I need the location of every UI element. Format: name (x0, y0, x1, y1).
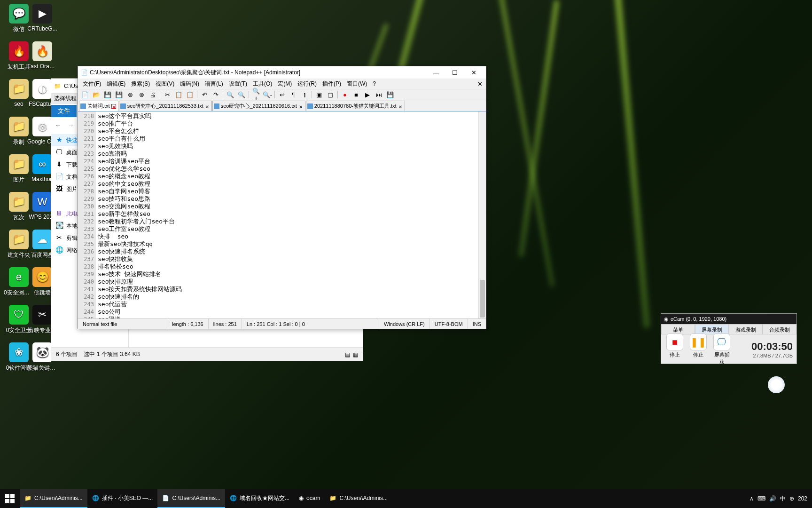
window-title: C:\Users\Administrator\Desktop\seo\采集聚合\… (90, 69, 427, 77)
ocam-tab[interactable]: 音频录制 (763, 324, 796, 334)
play-multi-icon[interactable]: ⏭ (374, 90, 384, 99)
menu-item[interactable]: 视图(V) (153, 80, 177, 88)
editor-tab[interactable]: seo研究中心_2021111862533.txt✕ (119, 101, 212, 111)
save-all-icon[interactable]: 💾 (114, 90, 124, 99)
menu-item[interactable]: 插件(P) (320, 80, 344, 88)
taskbar-item[interactable]: 📁C:\Users\Adminis... (20, 489, 87, 508)
scrollbar-thumb[interactable] (480, 280, 485, 318)
editor-content[interactable]: seo这个平台真实吗 seo推广平台 seo平台怎么样 seo平台有什么用 se… (96, 111, 478, 318)
ocam-tab[interactable]: 屏幕录制 (695, 324, 729, 334)
zoom-out-icon[interactable]: 🔍- (262, 90, 273, 99)
taskbar-item[interactable]: 🌐插件 · 小美SEO —... (87, 489, 158, 508)
sidebar-icon: 🌐 (55, 246, 63, 254)
taskbar-label: 域名回收★网站交... (240, 494, 289, 502)
tray-icon[interactable]: ⌨ (757, 495, 765, 502)
menu-bar[interactable]: 文件(F)编辑(E)搜索(S)视图(V)编码(N)语言(L)设置(T)工具(O)… (78, 79, 486, 89)
find-icon[interactable]: 🔍 (225, 90, 235, 99)
zoom-in-icon[interactable]: 🔍+ (251, 90, 261, 99)
menu-item[interactable]: 搜索(S) (128, 80, 153, 88)
print-icon[interactable]: 🖨 (148, 90, 158, 99)
vertical-scrollbar[interactable] (478, 111, 486, 318)
ocam-tabs[interactable]: 菜单屏幕录制游戏录制音频录制 (661, 324, 796, 334)
view-thumbs-icon[interactable]: ▦ (353, 351, 358, 358)
tray-icon[interactable]: ∧ (750, 495, 754, 502)
tab-close-icon[interactable]: ✕ (111, 104, 116, 109)
close-document-button[interactable]: ✕ (475, 80, 484, 87)
tab-close-icon[interactable]: ✕ (298, 104, 303, 109)
taskbar-item[interactable]: 📁C:\Users\Adminis... (325, 489, 392, 508)
taskbar-clock[interactable]: 202 (798, 495, 807, 502)
menu-item[interactable]: 文件(F) (80, 80, 104, 88)
forward-button[interactable]: → (68, 122, 74, 129)
file-icon (307, 103, 313, 109)
cut-icon[interactable]: ✂ (162, 90, 172, 99)
ocam-tab[interactable]: 菜单 (661, 324, 695, 334)
ocam-button[interactable]: ■停止 (665, 333, 685, 365)
view-details-icon[interactable]: ▤ (345, 351, 350, 358)
close-all-icon[interactable]: ⊗ (136, 90, 147, 99)
menu-item[interactable]: ? (370, 80, 379, 87)
menu-item[interactable]: 工具(O) (250, 80, 275, 88)
encoding: UTF-8-BOM (430, 319, 468, 329)
close-file-icon[interactable]: ⊗ (125, 90, 135, 99)
tab-close-icon[interactable]: ✕ (205, 104, 210, 109)
menu-item[interactable]: 设置(T) (226, 80, 250, 88)
open-file-icon[interactable]: 📂 (91, 90, 102, 99)
file-icon (214, 103, 219, 109)
taskbar-item[interactable]: ◉ocam (294, 489, 325, 508)
app-icon: ✂ (32, 305, 52, 325)
paste-icon[interactable]: 📋 (185, 90, 195, 99)
tray-icon[interactable]: ⊕ (789, 495, 794, 502)
new-file-icon[interactable]: 📄 (80, 90, 90, 99)
menu-item[interactable]: 编码(N) (177, 80, 202, 88)
editor-tab[interactable]: seo研究中心_2021111820616.txt✕ (212, 101, 305, 111)
stop-macro-icon[interactable]: ■ (351, 90, 361, 99)
desktop-icon[interactable]: ▶CRTubeG... (27, 4, 57, 32)
taskbar[interactable]: 📁C:\Users\Adminis...🌐插件 · 小美SEO —...📄C:\… (0, 489, 812, 508)
maximize-button[interactable]: ☐ (445, 69, 464, 76)
notepad-plus-plus-window[interactable]: 📄 C:\Users\Administrator\Desktop\seo\采集聚… (78, 66, 486, 329)
save-icon[interactable]: 💾 (102, 90, 113, 99)
taskbar-item[interactable]: 📄C:\Users\Adminis... (157, 489, 225, 508)
replace-icon[interactable]: 🔍 (236, 90, 247, 99)
ocam-button[interactable]: 🖵屏幕捕获 (712, 333, 732, 365)
indent-guide-icon[interactable]: ⫿ (299, 90, 310, 99)
ocam-tab[interactable]: 游戏录制 (729, 324, 763, 334)
close-button[interactable]: ✕ (464, 69, 483, 76)
menu-item[interactable]: 窗口(W) (344, 80, 370, 88)
tab-bar[interactable]: 关键词.txt✕seo研究中心_2021111862533.txt✕seo研究中… (78, 100, 486, 111)
tray-icon[interactable]: 中 (780, 495, 786, 503)
menu-item[interactable]: 宏(M) (275, 80, 295, 88)
minimize-button[interactable]: — (427, 69, 445, 76)
fold-icon[interactable]: ▣ (314, 90, 324, 99)
sidebar-icon: ✂ (55, 234, 63, 242)
app-icon: 📁 (9, 154, 29, 174)
app-icon: ◎ (32, 117, 52, 136)
editor-tab[interactable]: 2021111880780-熊猫关键词工具.txt✕ (306, 101, 405, 111)
save-macro-icon[interactable]: 💾 (385, 90, 395, 99)
tray-icon[interactable]: 🔊 (769, 495, 776, 502)
tab-close-icon[interactable]: ✕ (398, 104, 403, 109)
play-macro-icon[interactable]: ▶ (362, 90, 373, 99)
files-tab[interactable]: 文件 (51, 105, 77, 117)
ocam-button[interactable]: ❚❚停止 (688, 333, 708, 365)
desktop-icon[interactable]: 🔥Fast Orange (27, 41, 57, 70)
assistant-avatar[interactable] (768, 376, 785, 393)
toolbar[interactable]: 📄 📂 💾 💾 ⊗ ⊗ 🖨 ✂ 📋 📋 ↶ ↷ 🔍 🔍 🔍+ 🔍- ↩ ¶ ⫿ … (78, 89, 486, 100)
menu-item[interactable]: 运行(R) (295, 80, 320, 88)
undo-icon[interactable]: ↶ (199, 90, 210, 99)
record-macro-icon[interactable]: ● (340, 90, 350, 99)
show-all-icon[interactable]: ¶ (288, 90, 298, 99)
unfold-icon[interactable]: ▢ (325, 90, 336, 99)
ocam-window[interactable]: ◉oCam (0, 0, 1920, 1080) 菜单屏幕录制游戏录制音频录制 … (661, 313, 797, 364)
editor-tab[interactable]: 关键词.txt✕ (79, 101, 118, 111)
menu-item[interactable]: 语言(L) (202, 80, 226, 88)
wrap-icon[interactable]: ↩ (277, 90, 287, 99)
system-tray[interactable]: ∧⌨🔊中⊕202 (745, 495, 812, 503)
back-button[interactable]: ← (55, 122, 61, 129)
start-button[interactable] (0, 489, 20, 508)
copy-icon[interactable]: 📋 (173, 90, 184, 99)
redo-icon[interactable]: ↷ (211, 90, 221, 99)
taskbar-item[interactable]: 🌐域名回收★网站交... (225, 489, 294, 508)
menu-item[interactable]: 编辑(E) (104, 80, 128, 88)
